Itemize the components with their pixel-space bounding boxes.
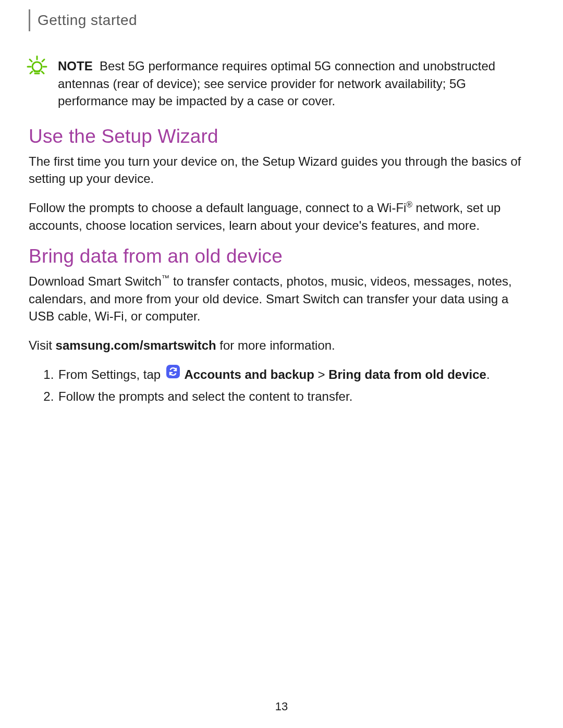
steps-list: From Settings, tap Accounts and backup >…: [29, 366, 532, 406]
bring-data-p1-pre: Download Smart Switch: [29, 274, 162, 288]
header-section-title: Getting started: [38, 12, 137, 29]
page-header: Getting started: [29, 9, 532, 31]
step-1: From Settings, tap Accounts and backup >…: [57, 366, 532, 385]
heading-bring-data: Bring data from an old device: [29, 245, 532, 267]
step-1-bring-data: Bring data from old device: [328, 367, 486, 381]
svg-line-6: [30, 71, 32, 73]
registered-mark: ®: [406, 200, 412, 209]
note-text: NOTE Best 5G performance requires optima…: [58, 57, 532, 110]
sync-icon: [166, 365, 180, 384]
visit-pre: Visit: [29, 338, 56, 352]
note-label: NOTE: [58, 59, 93, 73]
page-number: 13: [0, 700, 563, 713]
step-1-sep: >: [314, 367, 328, 381]
setup-wizard-p1: The first time you turn your device on, …: [29, 153, 532, 188]
heading-setup-wizard: Use the Setup Wizard: [29, 126, 532, 147]
smartswitch-link[interactable]: samsung.com/smartswitch: [56, 338, 216, 352]
step-1-accounts-backup: Accounts and backup: [184, 367, 314, 381]
svg-point-0: [32, 62, 42, 71]
svg-rect-8: [166, 365, 180, 378]
svg-line-2: [30, 59, 32, 61]
lightbulb-icon: [26, 54, 48, 79]
visit-post: for more information.: [216, 338, 335, 352]
trademark-mark: ™: [162, 274, 170, 282]
setup-wizard-p2-pre: Follow the prompts to choose a default l…: [29, 201, 406, 215]
step-1-end: .: [486, 367, 490, 381]
setup-wizard-p2: Follow the prompts to choose a default l…: [29, 199, 532, 234]
step-1-pre: From Settings, tap: [58, 367, 164, 381]
svg-line-3: [42, 59, 44, 61]
bring-data-p1: Download Smart Switch™ to transfer conta…: [29, 273, 532, 325]
step-2: Follow the prompts and select the conten…: [57, 388, 532, 406]
visit-line: Visit samsung.com/smartswitch for more i…: [29, 337, 532, 354]
note-body: Best 5G performance requires optimal 5G …: [58, 59, 495, 108]
svg-line-7: [42, 71, 44, 73]
header-rule: [29, 9, 30, 31]
note-block: NOTE Best 5G performance requires optima…: [29, 57, 532, 110]
